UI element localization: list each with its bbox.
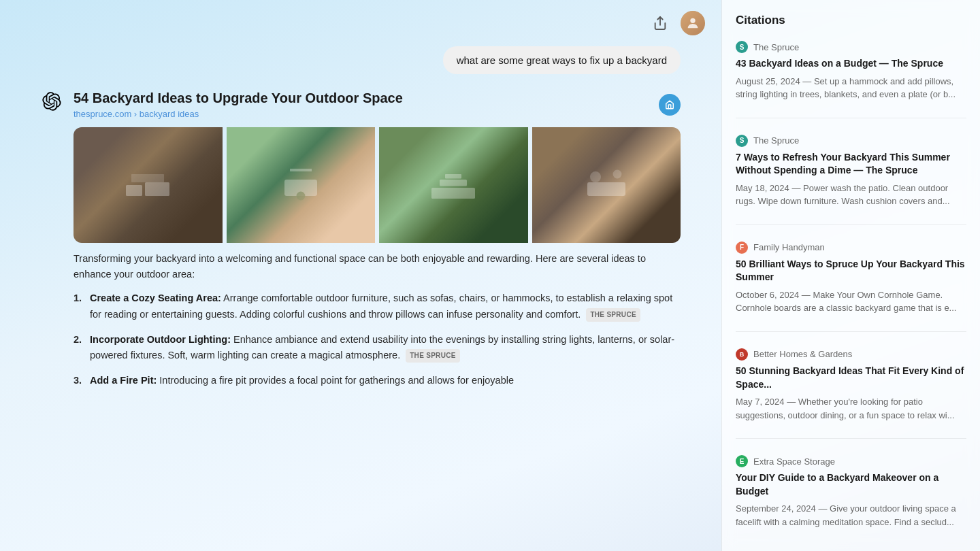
citations-sidebar: Citations S The Spruce 43 Backyard Ideas… bbox=[721, 0, 980, 551]
citations-container: S The Spruce 43 Backyard Ideas on a Budg… bbox=[736, 41, 966, 545]
citations-title: Citations bbox=[736, 14, 966, 27]
citation-favicon: E bbox=[736, 455, 748, 467]
list-item: 1. Create a Cozy Seating Area: Arrange c… bbox=[74, 290, 681, 322]
user-message-text: what are some great ways to fix up a bac… bbox=[457, 54, 667, 66]
citation-favicon: S bbox=[736, 135, 748, 147]
citation-badge-2: THE SPRUCE bbox=[406, 349, 459, 363]
citation-badge-1: THE SPRUCE bbox=[586, 308, 640, 322]
citation-item[interactable]: E Extra Space Storage Your DIY Guide to … bbox=[736, 455, 966, 545]
svg-point-13 bbox=[612, 170, 621, 179]
svg-rect-10 bbox=[445, 174, 461, 178]
citation-favicon: F bbox=[736, 241, 748, 254]
response-intro: Transforming your backyard into a welcom… bbox=[74, 251, 681, 282]
citation-snippet: September 24, 2024 — Give your outdoor l… bbox=[736, 502, 966, 529]
citation-source-name: The Spruce bbox=[753, 42, 799, 52]
list-item: 3. Add a Fire Pit: Introducing a fire pi… bbox=[74, 373, 681, 388]
backyard-image-3 bbox=[379, 127, 528, 243]
svg-point-12 bbox=[590, 171, 601, 182]
citation-headline: 7 Ways to Refresh Your Backyard This Sum… bbox=[736, 151, 966, 178]
citation-snippet: October 6, 2024 — Make Your Own Cornhole… bbox=[736, 288, 966, 315]
citation-item[interactable]: F Family Handyman 50 Brilliant Ways to S… bbox=[736, 241, 966, 332]
top-bar bbox=[0, 0, 721, 46]
citation-headline: Your DIY Guide to a Backyard Makeover on… bbox=[736, 471, 966, 498]
breadcrumb-text: thespruce.com › backyard ideas bbox=[74, 109, 199, 119]
citation-headline: 43 Backyard Ideas on a Budget — The Spru… bbox=[736, 57, 966, 71]
svg-rect-8 bbox=[431, 188, 475, 199]
list-item-1-title: Create a Cozy Seating Area: bbox=[90, 293, 221, 303]
citation-source-name: The Spruce bbox=[753, 135, 799, 146]
ai-content: 54 Backyard Ideas to Upgrade Your Outdoo… bbox=[74, 90, 681, 398]
svg-point-7 bbox=[296, 192, 305, 201]
list-item: 2. Incorporate Outdoor Lighting: Enhance… bbox=[74, 332, 681, 363]
backyard-image-1 bbox=[74, 127, 223, 243]
user-message-container: what are some great ways to fix up a bac… bbox=[41, 46, 681, 74]
citation-item[interactable]: B Better Homes & Gardens 50 Stunning Bac… bbox=[736, 348, 966, 439]
svg-point-1 bbox=[690, 18, 695, 23]
citation-source-row: B Better Homes & Gardens bbox=[736, 348, 966, 361]
citation-item[interactable]: S The Spruce 43 Backyard Ideas on a Budg… bbox=[736, 41, 966, 118]
citation-snippet: May 7, 2024 — Whether you're looking for… bbox=[736, 395, 966, 422]
svg-rect-4 bbox=[131, 174, 164, 182]
citation-snippet: May 18, 2024 — Power wash the patio. Cle… bbox=[736, 182, 966, 208]
citation-headline: 50 Brilliant Ways to Spruce Up Your Back… bbox=[736, 258, 966, 284]
citation-source-row: F Family Handyman bbox=[736, 241, 966, 254]
list-item-3-title: Add a Fire Pit: bbox=[90, 375, 157, 386]
citation-favicon: S bbox=[736, 41, 748, 53]
ai-icon bbox=[41, 90, 63, 112]
citation-source-row: S The Spruce bbox=[736, 135, 966, 147]
source-title: 54 Backyard Ideas to Upgrade Your Outdoo… bbox=[74, 90, 403, 106]
list-item-2-title: Incorporate Outdoor Lighting: bbox=[90, 334, 231, 345]
list-item-3-body: Introducing a fire pit provides a focal … bbox=[157, 375, 514, 386]
svg-rect-9 bbox=[440, 180, 467, 186]
image-grid bbox=[74, 127, 681, 243]
avatar[interactable] bbox=[681, 11, 705, 35]
citation-source-row: E Extra Space Storage bbox=[736, 455, 966, 467]
citation-favicon: B bbox=[736, 348, 748, 361]
external-link-button[interactable] bbox=[659, 94, 681, 116]
user-message-bubble: what are some great ways to fix up a bac… bbox=[443, 46, 681, 74]
response-list: 1. Create a Cozy Seating Area: Arrange c… bbox=[74, 290, 681, 388]
citation-source-row: S The Spruce bbox=[736, 41, 966, 53]
svg-rect-6 bbox=[290, 169, 312, 171]
svg-rect-2 bbox=[126, 185, 142, 196]
chat-content: what are some great ways to fix up a bac… bbox=[0, 46, 721, 551]
share-button[interactable] bbox=[648, 11, 672, 35]
svg-rect-3 bbox=[145, 182, 169, 196]
citation-source-name: Better Homes & Gardens bbox=[753, 349, 852, 359]
citation-snippet: August 25, 2024 — Set up a hammock and a… bbox=[736, 75, 966, 101]
citation-source-name: Family Handyman bbox=[753, 242, 825, 252]
ai-response: 54 Backyard Ideas to Upgrade Your Outdoo… bbox=[41, 90, 681, 398]
backyard-image-2 bbox=[227, 127, 376, 243]
citation-source-name: Extra Space Storage bbox=[753, 456, 835, 467]
main-content-area: what are some great ways to fix up a bac… bbox=[0, 0, 721, 551]
source-breadcrumb: thespruce.com › backyard ideas bbox=[74, 109, 403, 119]
backyard-image-4 bbox=[532, 127, 681, 243]
citation-headline: 50 Stunning Backyard Ideas That Fit Ever… bbox=[736, 365, 966, 391]
citation-item[interactable]: S The Spruce 7 Ways to Refresh Your Back… bbox=[736, 135, 966, 225]
source-header: 54 Backyard Ideas to Upgrade Your Outdoo… bbox=[74, 90, 681, 119]
svg-rect-11 bbox=[587, 182, 625, 196]
